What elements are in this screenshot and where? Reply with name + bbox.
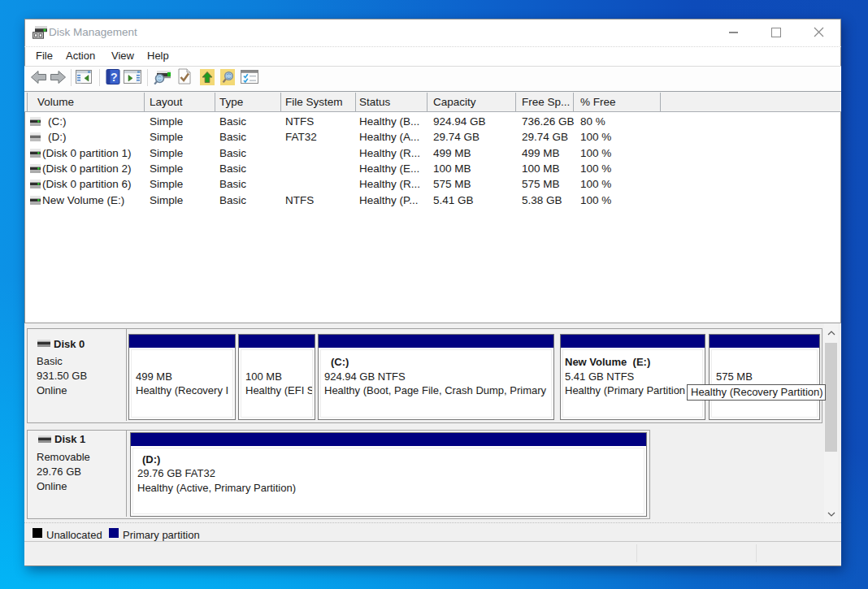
svg-text:?: ? bbox=[111, 71, 118, 84]
